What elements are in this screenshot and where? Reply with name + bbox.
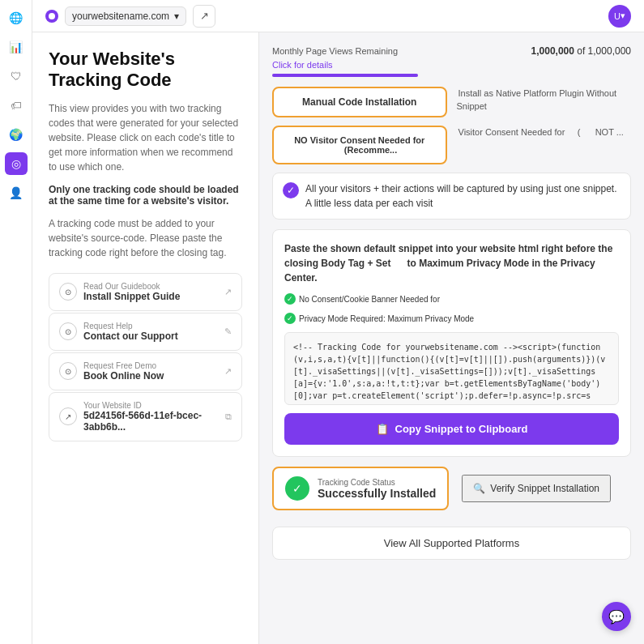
demo-title: Book Online Now — [83, 370, 218, 382]
page-note: Only one tracking code should be loaded … — [49, 184, 242, 207]
sidebar-icon-user[interactable]: 👤 — [5, 181, 28, 204]
copy-btn-label: Copy Snippet to Clipboard — [395, 423, 528, 435]
website-id-label: Your Website ID — [83, 401, 219, 410]
code-section: Paste the shown default snippet into you… — [272, 229, 631, 457]
monthly-views-title: Monthly Page Views Remaining — [272, 46, 398, 56]
sidebar: 🌐 📊 🛡 🏷 🌍 ◎ 👤 — [0, 0, 32, 644]
manual-install-option: Manual Code Installation — [272, 87, 447, 117]
right-panel: Monthly Page Views Remaining 1,000,000 o… — [259, 32, 644, 644]
website-id-copy-icon: ⧉ — [225, 412, 232, 422]
guide-label: Read Our Guidebook — [83, 282, 218, 291]
no-consent-button[interactable]: NO Visitor Consent Needed for (Recomme..… — [272, 126, 447, 164]
copy-icon: 📋 — [376, 423, 389, 435]
guide-title: Install Snippet Guide — [83, 291, 218, 302]
platform-plugin-option: Install as Native Platform Plugin Withou… — [457, 87, 632, 117]
verify-button[interactable]: 🔍 Verify Snippet Installation — [462, 475, 611, 502]
monthly-views-link[interactable]: Click for details — [272, 60, 333, 70]
svg-point-0 — [49, 13, 55, 19]
chat-button[interactable]: 💬 — [602, 602, 631, 631]
helper-link-demo[interactable]: ⊙ Request Free Demo Book Online Now ↗ — [49, 352, 242, 390]
sidebar-icon-globe[interactable]: 🌐 — [5, 6, 28, 29]
info-banner-text: All your visitors + their actions will b… — [305, 181, 621, 211]
no-consent-badge-text: No Consent/Cookie Banner Needed for — [299, 295, 440, 304]
sidebar-icon-target[interactable]: ◎ — [5, 152, 28, 175]
info-banner: ✓ All your visitors + their actions will… — [272, 173, 631, 220]
progress-bar — [272, 74, 418, 77]
monthly-views: Monthly Page Views Remaining 1,000,000 o… — [272, 45, 631, 77]
support-edit-icon: ✎ — [224, 326, 232, 337]
top-bar: yourwebsitename.com ▾ ↗ U ▾ — [32, 0, 644, 32]
left-panel: Your Website's Tracking Code This view p… — [32, 32, 259, 644]
no-consent-option: NO Visitor Consent Needed for (Recomme..… — [272, 126, 447, 164]
helper-link-website-id[interactable]: ↗ Your Website ID 5d24156f-566d-11ef-bce… — [49, 392, 242, 441]
sidebar-icon-tag[interactable]: 🏷 — [5, 94, 28, 117]
status-check-icon: ✓ — [285, 476, 309, 501]
privacy-mode-badge-icon: ✓ — [284, 313, 296, 324]
demo-icon: ⊙ — [59, 362, 77, 380]
consent-needed-option: Visitor Consent Needed for ( NOT ... — [457, 126, 632, 164]
website-id-icon: ↗ — [59, 407, 77, 425]
avatar-chevron: ▾ — [621, 11, 625, 21]
copy-snippet-button[interactable]: 📋 Copy Snippet to Clipboard — [284, 413, 619, 445]
verify-label: Verify Snippet Installation — [490, 483, 599, 494]
status-value: Successfully Installed — [318, 487, 436, 500]
sidebar-icon-globe2[interactable]: 🌍 — [5, 123, 28, 146]
demo-label: Request Free Demo — [83, 361, 218, 370]
avatar-initials: U — [614, 11, 621, 21]
status-card: ✓ Tracking Code Status Successfully Inst… — [272, 467, 449, 510]
support-title: Contact our Support — [83, 331, 218, 342]
privacy-mode-badge: ✓ Privacy Mode Required: Maximum Privacy… — [284, 313, 474, 324]
page-description: This view provides you with two tracking… — [49, 101, 242, 174]
site-logo-icon — [45, 10, 58, 23]
code-section-title: Paste the shown default snippet into you… — [284, 241, 619, 285]
consent-options: NO Visitor Consent Needed for (Recomme..… — [272, 126, 631, 164]
consent-needed-desc: Visitor Consent Needed for ( NOT ... — [457, 127, 624, 137]
chevron-down-icon: ▾ — [174, 11, 179, 22]
avatar[interactable]: U ▾ — [608, 5, 631, 28]
platform-plugin-desc: Install as Native Platform Plugin Withou… — [457, 88, 617, 111]
info-check-icon: ✓ — [283, 182, 299, 198]
monthly-views-total: 1,000,000 — [588, 45, 631, 57]
installation-options: Manual Code Installation Install as Nati… — [272, 87, 631, 117]
helper-link-support[interactable]: ⊙ Request Help Contact our Support ✎ — [49, 313, 242, 351]
no-consent-badge-icon: ✓ — [284, 293, 296, 305]
helper-links: ⊙ Read Our Guidebook Install Snippet Gui… — [49, 273, 242, 441]
support-label: Request Help — [83, 322, 218, 331]
view-platforms-button[interactable]: View All Supported Platforms — [272, 527, 631, 560]
no-consent-badge: ✓ No Consent/Cookie Banner Needed for — [284, 293, 440, 305]
status-label: Tracking Code Status — [318, 478, 436, 487]
sidebar-icon-shield[interactable]: 🛡 — [5, 65, 28, 87]
site-name: yourwebsitename.com — [72, 11, 169, 22]
guide-external-icon: ↗ — [224, 287, 232, 297]
tracking-code-block: <!-- Tracking Code for yourwebsitename.c… — [284, 332, 619, 405]
support-icon: ⊙ — [59, 322, 77, 340]
progress-bar-fill — [272, 74, 418, 77]
manual-install-button[interactable]: Manual Code Installation — [272, 87, 447, 117]
helper-link-guide[interactable]: ⊙ Read Our Guidebook Install Snippet Gui… — [49, 273, 242, 311]
status-section: ✓ Tracking Code Status Successfully Inst… — [272, 467, 631, 510]
monthly-views-header: Monthly Page Views Remaining 1,000,000 o… — [272, 45, 631, 57]
page-title: Your Website's Tracking Code — [49, 49, 242, 92]
monthly-views-numbers: 1,000,000 of 1,000,000 — [531, 45, 631, 57]
sidebar-icon-chart[interactable]: 📊 — [5, 36, 28, 58]
external-link-button[interactable]: ↗ — [193, 5, 215, 28]
demo-external-icon: ↗ — [224, 366, 232, 377]
search-icon: 🔍 — [473, 483, 485, 494]
privacy-mode-badge-text: Privacy Mode Required: Maximum Privacy M… — [299, 314, 474, 323]
site-selector[interactable]: yourwebsitename.com ▾ — [65, 6, 186, 26]
guide-icon: ⊙ — [59, 283, 77, 301]
monthly-views-count: 1,000,000 — [531, 45, 574, 57]
page-paragraph: A tracking code must be added to your we… — [49, 216, 242, 260]
code-badges: ✓ No Consent/Cookie Banner Needed for ✓ … — [284, 293, 619, 324]
website-id-value: 5d24156f-566d-11ef-bcec-3abb6b... — [83, 410, 219, 433]
